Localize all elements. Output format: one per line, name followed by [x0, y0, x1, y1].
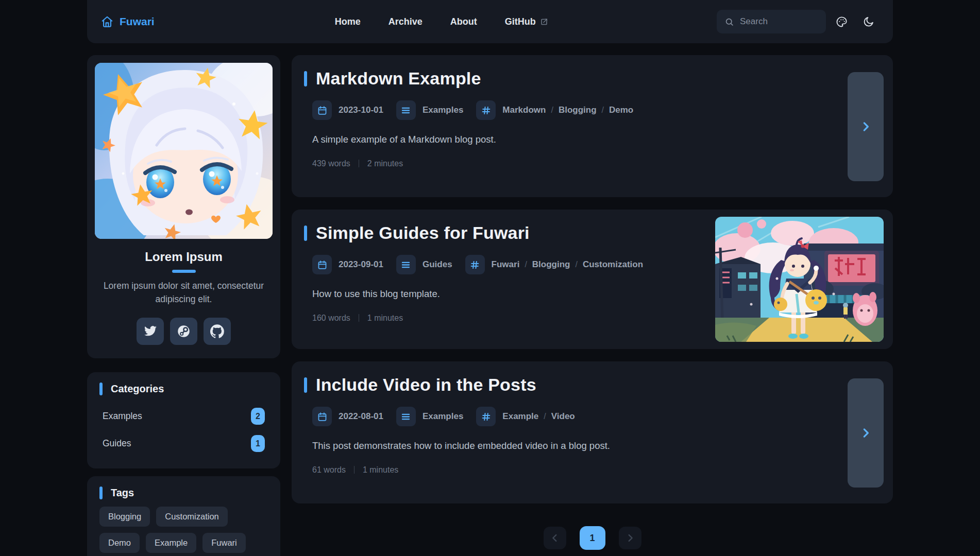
post-category[interactable]: Guides [423, 259, 452, 270]
search-box[interactable] [717, 10, 826, 33]
post-date: 2023-09-01 [339, 259, 383, 270]
brand-home-link[interactable]: Fuwari [100, 15, 155, 28]
nav-link-about[interactable]: About [450, 16, 477, 27]
category-count-badge: 2 [251, 408, 265, 425]
github-link[interactable] [204, 318, 231, 345]
stats-divider [354, 466, 354, 474]
tag-separator: / [544, 412, 546, 421]
github-icon [210, 324, 224, 338]
post-description: How to use this blog template. [312, 287, 697, 301]
social-links [95, 318, 273, 345]
tag-chip-demo[interactable]: Demo [99, 533, 140, 553]
post-category-group: Examples [396, 100, 463, 120]
post-description: A simple example of a Markdown blog post… [312, 133, 831, 146]
calendar-icon [312, 255, 332, 274]
tag-chip-customization[interactable]: Customization [156, 507, 228, 527]
post-tag[interactable]: Customization [583, 259, 643, 270]
steam-link[interactable] [170, 318, 197, 345]
accent-bar [99, 383, 103, 395]
post-date-group: 2023-10-01 [312, 100, 383, 120]
nav-link-github[interactable]: GitHub [505, 16, 549, 27]
post-category-group: Guides [396, 255, 452, 274]
pagination-next-button[interactable] [619, 527, 641, 549]
post-title: Markdown Example [316, 68, 481, 89]
pagination-prev-button[interactable] [544, 527, 566, 549]
post-date-group: 2022-08-01 [312, 407, 383, 426]
post-tag[interactable]: Demo [609, 105, 633, 115]
moon-icon [863, 16, 874, 28]
post-title-link[interactable]: Simple Guides for Fuwari [304, 223, 697, 243]
post-title-link[interactable]: Markdown Example [304, 68, 831, 89]
nav-links: Home Archive About GitHub [335, 16, 549, 27]
tags-card: Tags Blogging Customization Demo Example… [87, 476, 280, 556]
post-title-link[interactable]: Include Video in the Posts [304, 375, 831, 395]
accent-bar [99, 486, 103, 499]
post-meta: 2022-08-01 Examples [312, 407, 831, 426]
category-item-examples[interactable]: Examples 2 [99, 403, 268, 430]
pagination-page-1[interactable]: 1 [580, 526, 605, 550]
category-item-guides[interactable]: Guides 1 [99, 430, 268, 457]
navbar: Fuwari Home Archive About GitHub [87, 0, 893, 43]
post-list: Markdown Example 2023-10-01 [292, 55, 893, 556]
post-tag[interactable]: Video [551, 411, 575, 422]
tags-title-row: Tags [99, 486, 268, 499]
tag-separator: / [551, 106, 553, 115]
post-word-count: 439 words [312, 159, 350, 168]
tag-chip-example[interactable]: Example [146, 533, 196, 553]
post-tag[interactable]: Blogging [559, 105, 597, 115]
categories-card: Categories Examples 2 Guides 1 [87, 372, 280, 468]
post-card: Include Video in the Posts 2022-08-01 [292, 361, 893, 503]
hash-icon [465, 255, 485, 274]
sidebar: Lorem Ipsum Lorem ipsum dolor sit amet, … [87, 55, 280, 556]
post-tag[interactable]: Markdown [502, 105, 546, 115]
stats-divider [359, 160, 359, 167]
tag-chip-fuwari[interactable]: Fuwari [202, 533, 246, 553]
post-tags-group: Example / Video [476, 407, 575, 426]
nav-link-archive[interactable]: Archive [388, 16, 423, 27]
post-cover-image[interactable] [715, 217, 884, 342]
chevron-right-icon [859, 426, 872, 440]
search-input[interactable] [740, 16, 818, 27]
tag-chip-blogging[interactable]: Blogging [99, 507, 150, 527]
post-read-time: 1 minutes [363, 465, 398, 475]
tags-title: Tags [111, 487, 134, 499]
post-meta: 2023-09-01 Guides [312, 255, 697, 274]
post-card: Markdown Example 2023-10-01 [292, 55, 893, 197]
external-link-icon [540, 18, 549, 26]
profile-name: Lorem Ipsum [95, 250, 273, 264]
post-enter-button[interactable] [848, 72, 884, 181]
post-title: Simple Guides for Fuwari [316, 223, 530, 243]
post-tag[interactable]: Example [502, 411, 538, 422]
tags-list: Blogging Customization Demo Example Fuwa… [99, 507, 268, 553]
post-enter-button[interactable] [848, 378, 884, 488]
post-category[interactable]: Examples [423, 105, 463, 115]
avatar[interactable] [95, 63, 273, 239]
post-card: Simple Guides for Fuwari 2023-09-01 [292, 210, 893, 349]
dark-mode-toggle[interactable] [857, 10, 880, 33]
twitter-link[interactable] [137, 318, 164, 345]
chevron-right-icon [859, 120, 872, 133]
post-stats: 61 words 1 minutes [312, 465, 831, 475]
categories-title: Categories [111, 383, 164, 395]
hash-icon [476, 407, 496, 426]
post-tags-group: Markdown / Blogging / Demo [476, 100, 633, 120]
chevron-left-icon [549, 532, 561, 544]
post-category[interactable]: Examples [423, 411, 463, 422]
post-tag[interactable]: Blogging [532, 259, 570, 270]
category-list-icon [396, 407, 416, 426]
nav-link-home[interactable]: Home [335, 16, 361, 27]
post-tag-list: Example / Video [502, 411, 575, 422]
post-category-group: Examples [396, 407, 463, 426]
post-tag-list: Markdown / Blogging / Demo [502, 105, 633, 115]
post-tag[interactable]: Fuwari [492, 259, 520, 270]
post-tag-list: Fuwari / Blogging / Customization [492, 259, 643, 270]
theme-color-button[interactable] [830, 10, 853, 33]
accent-bar [304, 225, 307, 241]
post-date: 2022-08-01 [339, 411, 383, 422]
post-meta: 2023-10-01 Examples [312, 100, 831, 120]
post-date-group: 2023-09-01 [312, 255, 383, 274]
post-stats: 439 words 2 minutes [312, 159, 831, 168]
tag-separator: / [576, 260, 578, 269]
content-area: Lorem Ipsum Lorem ipsum dolor sit amet, … [87, 55, 893, 556]
stats-divider [359, 314, 359, 322]
